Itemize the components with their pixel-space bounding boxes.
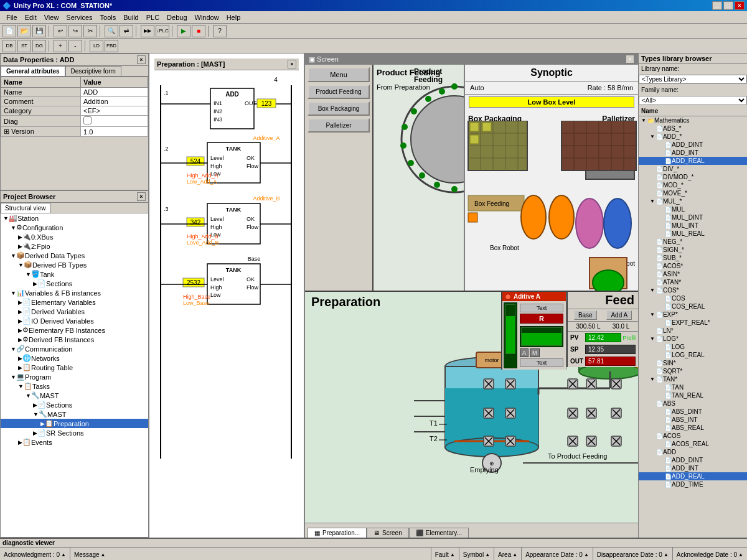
expand-icon[interactable]: ▶ xyxy=(18,337,22,343)
expand-icon[interactable]: ▼ xyxy=(11,374,16,380)
expand-icon[interactable]: ▶ xyxy=(18,327,22,334)
lib-item-cos-real[interactable]: 📄 COS_REAL xyxy=(639,302,747,310)
help-icon-btn[interactable]: ? xyxy=(213,25,227,37)
lib-item-sqrt-[interactable]: 📄 SQRT* xyxy=(639,367,747,375)
ladder-close[interactable]: × xyxy=(288,60,296,68)
menu-window[interactable]: Window xyxy=(191,12,223,22)
expand-icon[interactable]: ▼ xyxy=(3,215,9,222)
add-a-btn[interactable]: Add A xyxy=(606,310,632,320)
m-button[interactable]: M xyxy=(530,348,540,357)
lib-item-log-[interactable]: ▼📄 LOG* xyxy=(639,335,747,343)
lib-item-tan[interactable]: 📄 TAN xyxy=(639,383,747,391)
expand-icon[interactable]: ▶ xyxy=(18,355,22,362)
tree-item-tasks[interactable]: ▼ 📋 Tasks xyxy=(1,381,148,391)
lib-item-exp-[interactable]: ▼📄 EXP* xyxy=(639,310,747,319)
lib-item-add-int[interactable]: 📄 ADD_INT xyxy=(639,149,747,157)
tree-item-networks[interactable]: ▶ 🌐 Networks xyxy=(1,353,148,363)
diag-col-fault[interactable]: Fault▲ xyxy=(431,548,459,560)
new-btn[interactable]: 📄 xyxy=(2,25,16,37)
lib-item-abs--[interactable]: 📄 ABS_* xyxy=(639,124,747,133)
lib-item-abs-dint[interactable]: 📄 ABS_DINT xyxy=(639,408,747,416)
expand-icon[interactable]: ▶ xyxy=(18,243,22,250)
undo-btn[interactable]: ↩ xyxy=(54,25,67,37)
lib-expand-icon[interactable]: ▼ xyxy=(650,336,655,342)
tree-item-derived-variables[interactable]: ▶ 📄 Derived Variables xyxy=(1,307,148,316)
expand-icon[interactable]: ▶ xyxy=(18,234,22,240)
diag-col-appear[interactable]: Appearance Date : 0▲ xyxy=(522,548,593,560)
expand-icon[interactable]: ▶ xyxy=(18,309,22,315)
lib-item-mul-int[interactable]: 📄 MUL_INT xyxy=(639,222,747,230)
lib-item-add-dint[interactable]: 📄 ADD_DINT xyxy=(639,456,747,464)
tree-item-events[interactable]: ▶ 📋 Events xyxy=(1,437,148,447)
tree-item-sections[interactable]: ▶ 📄 Sections xyxy=(1,400,148,409)
tree-item-station[interactable]: ▼ 🏭 Station xyxy=(1,213,148,223)
palletizer-button[interactable]: Palletizer xyxy=(308,118,370,133)
menu-debug[interactable]: Debug xyxy=(163,12,190,22)
lib-item-add-real[interactable]: 📄 ADD_REAL xyxy=(639,472,747,480)
lib-item-acos[interactable]: 📄 ACOS xyxy=(639,432,747,440)
struct-btn[interactable]: ST xyxy=(17,40,31,52)
lib-item-divmod--[interactable]: 📄 DIVMOD_* xyxy=(639,173,747,181)
product-feeding-button[interactable]: Product Feeding xyxy=(308,85,370,99)
lib-expand-icon[interactable]: ▼ xyxy=(650,312,655,317)
diag-col-ack[interactable]: Acknowledgment : 0▲ xyxy=(0,548,70,560)
diag-btn[interactable]: DG xyxy=(32,40,46,52)
fbd-btn[interactable]: FBD xyxy=(105,40,118,52)
lib-item-mul--[interactable]: ▼📄 MUL_* xyxy=(639,197,747,205)
lib-item-add[interactable]: 📄 ADD xyxy=(639,448,747,456)
expand-icon[interactable]: ▼ xyxy=(11,346,16,352)
lib-expand-icon[interactable]: ▼ xyxy=(650,134,655,139)
prop-diag-checkbox[interactable] xyxy=(83,116,92,124)
lib-item-mul-dint[interactable]: 📄 MUL_DINT xyxy=(639,213,747,222)
expand-icon[interactable]: ▼ xyxy=(26,271,31,278)
lib-item-cos[interactable]: 📄 COS xyxy=(639,294,747,302)
lib-item-mul[interactable]: 📄 MUL xyxy=(639,205,747,213)
tab-general-attributes[interactable]: General attributes xyxy=(1,66,65,76)
tree-item-sr-sections[interactable]: ▶ 📄 SR Sections xyxy=(1,428,148,437)
project-browser-close[interactable]: × xyxy=(137,192,146,201)
tree-item-0-xbus[interactable]: ▶ 🔌 0:XBus xyxy=(1,232,148,241)
expand-version[interactable]: ⊞ xyxy=(4,128,11,135)
r-button[interactable]: R xyxy=(520,314,563,324)
tree-item-elementary-variables[interactable]: ▶ 📄 Elementary Variables xyxy=(1,297,148,307)
tree-item-2-fpio[interactable]: ▶ 🔌 2:Fpio xyxy=(1,241,148,251)
maximize-button[interactable]: □ xyxy=(723,1,733,10)
minimize-button[interactable]: _ xyxy=(712,1,722,10)
menu-plc[interactable]: PLC xyxy=(143,12,163,22)
replace-btn[interactable]: ⇄ xyxy=(120,25,133,37)
menu-build[interactable]: Build xyxy=(120,12,142,22)
menu-tools[interactable]: Tools xyxy=(96,12,120,22)
tree-item-program[interactable]: ▼ 💻 Program xyxy=(1,372,148,381)
data-btn[interactable]: DB xyxy=(2,40,16,52)
menu-file[interactable]: File xyxy=(2,12,21,22)
lib-item-neg--[interactable]: 📄 NEG_* xyxy=(639,238,747,246)
lib-item-add-int[interactable]: 📄 ADD_INT xyxy=(639,464,747,472)
lib-item-add--[interactable]: ▼📄 ADD_* xyxy=(639,133,747,141)
expand-icon[interactable]: ▼ xyxy=(33,411,39,418)
expand-icon[interactable]: ▼ xyxy=(26,393,31,399)
family-name-select[interactable]: <All> xyxy=(639,96,747,105)
tab-descriptive-form[interactable]: Descriptive form xyxy=(65,66,121,76)
expand-icon[interactable]: ▼ xyxy=(18,383,24,390)
expand-icon[interactable]: ▶ xyxy=(33,430,37,436)
menu-services[interactable]: Services xyxy=(62,12,96,22)
expand-icon[interactable]: ▶ xyxy=(33,281,37,287)
tree-item-derived-data-types[interactable]: ▼ 📦 Derived Data Types xyxy=(1,251,148,260)
menu-edit[interactable]: Edit xyxy=(21,12,40,22)
lib-item-add-time[interactable]: 📄 ADD_TIME xyxy=(639,480,747,488)
lib-item-expt-real-[interactable]: 📄 EXPT_REAL* xyxy=(639,319,747,327)
expand-icon[interactable]: ▶ xyxy=(18,365,22,371)
lib-item-abs[interactable]: 📄 ABS xyxy=(639,399,747,408)
lib-item-move--[interactable]: 📄 MOVE_* xyxy=(639,189,747,197)
base-btn[interactable]: Base xyxy=(574,310,597,320)
box-packaging-button[interactable]: Box Packaging xyxy=(308,101,370,116)
tree-item-variables---fb-instances[interactable]: ▼ 📊 Variables & FB instances xyxy=(1,288,148,297)
tree-item-derived-fb-instances[interactable]: ▶ ⚙ Derived FB Instances xyxy=(1,335,148,344)
expand-icon[interactable]: ▶ xyxy=(40,421,45,427)
redo-btn[interactable]: ↪ xyxy=(68,25,82,37)
lib-item-tan-[interactable]: ▼📄 TAN* xyxy=(639,375,747,383)
menu-button[interactable]: Menu xyxy=(308,67,370,82)
lib-item-sub--[interactable]: 📄 SUB_* xyxy=(639,254,747,262)
screen-close[interactable]: × xyxy=(626,55,634,63)
diag-col-message[interactable]: Message▲ xyxy=(70,548,431,560)
